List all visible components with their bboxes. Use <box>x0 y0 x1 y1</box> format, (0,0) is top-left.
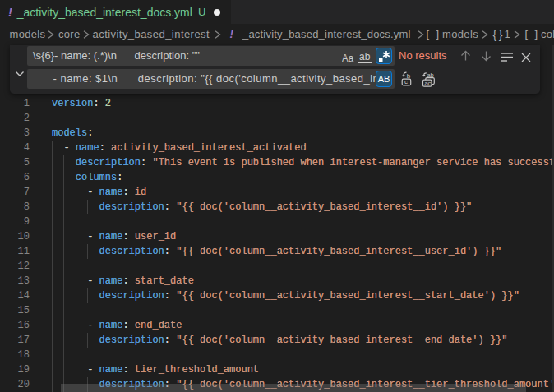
svg-text:ac: ac <box>424 80 431 87</box>
svg-text:c: c <box>404 78 408 85</box>
